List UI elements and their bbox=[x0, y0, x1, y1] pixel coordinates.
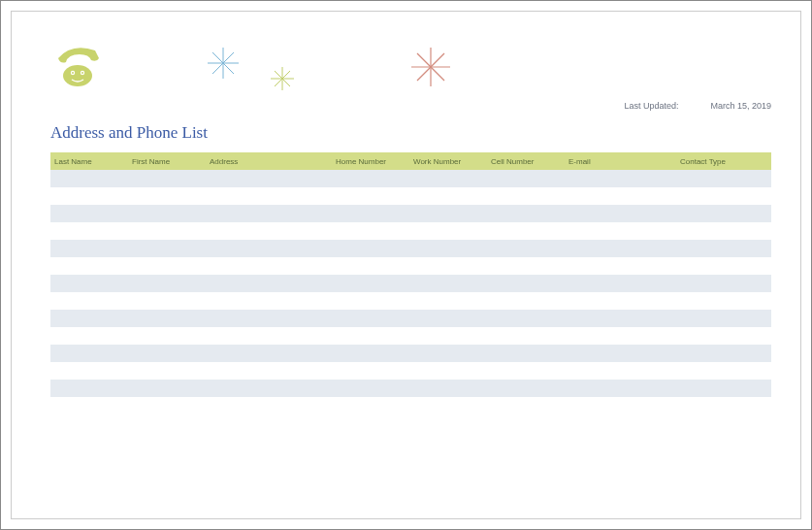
col-contact-type: Contact Type bbox=[676, 157, 771, 166]
col-last-name: Last Name bbox=[50, 157, 128, 166]
table-row bbox=[50, 240, 771, 257]
table-row bbox=[50, 170, 771, 187]
starburst-icon bbox=[269, 65, 296, 96]
last-updated-value: March 15, 2019 bbox=[710, 101, 771, 111]
document-page: Last Updated: March 15, 2019 Address and… bbox=[11, 11, 801, 519]
starburst-icon bbox=[409, 46, 452, 92]
table-row-gap bbox=[50, 222, 771, 240]
last-updated-label: Last Updated: bbox=[624, 101, 678, 111]
col-first-name: First Name bbox=[128, 157, 206, 166]
table-row bbox=[50, 275, 771, 292]
table-row-gap bbox=[50, 327, 771, 345]
address-table: Last Name First Name Address Home Number… bbox=[50, 152, 771, 397]
svg-point-0 bbox=[63, 65, 92, 86]
table-row-gap bbox=[50, 362, 771, 380]
starburst-icon bbox=[206, 46, 241, 84]
table-row bbox=[50, 380, 771, 397]
table-row-gap bbox=[50, 187, 771, 205]
table-row bbox=[50, 345, 771, 362]
table-row bbox=[50, 310, 771, 327]
header-area: Last Updated: March 15, 2019 bbox=[12, 12, 800, 118]
col-home-number: Home Number bbox=[332, 157, 409, 166]
table-row bbox=[50, 205, 771, 222]
last-updated: Last Updated: March 15, 2019 bbox=[624, 101, 771, 111]
col-work-number: Work Number bbox=[409, 157, 487, 166]
col-cell-number: Cell Number bbox=[487, 157, 565, 166]
phone-icon bbox=[50, 41, 109, 93]
table-row-gap bbox=[50, 257, 771, 275]
table-body bbox=[50, 170, 771, 397]
col-address: Address bbox=[206, 157, 332, 166]
table-row-gap bbox=[50, 292, 771, 310]
page-title: Address and Phone List bbox=[50, 123, 208, 143]
svg-point-3 bbox=[72, 72, 74, 74]
col-email: E-mail bbox=[565, 157, 676, 166]
svg-point-4 bbox=[81, 72, 83, 74]
table-header-row: Last Name First Name Address Home Number… bbox=[50, 152, 771, 170]
